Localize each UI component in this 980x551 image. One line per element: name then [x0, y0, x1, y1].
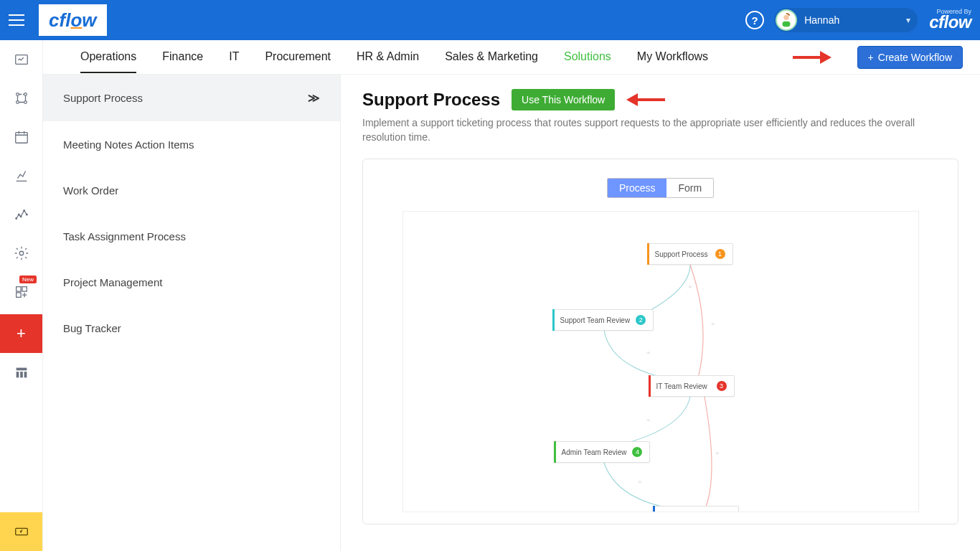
diagram-node[interactable]: Support Team Review2 [552, 309, 654, 331]
rail-table-icon[interactable] [0, 353, 42, 392]
left-rail: New + [0, 40, 43, 551]
view-toggle: Process Form [607, 178, 714, 198]
powered-by: Powered By cflow [929, 8, 971, 32]
svg-text:⚭: ⚭ [710, 321, 716, 328]
svg-marker-25 [626, 93, 638, 106]
diagram-node-label: Support Team Review [560, 316, 631, 324]
diagram-node-label: Support Process [655, 250, 708, 258]
workflow-list-item[interactable]: Task Assignment Process [43, 214, 340, 260]
svg-rect-19 [20, 372, 23, 377]
diagram-node-badge: 1 [715, 249, 725, 259]
svg-rect-1 [783, 22, 791, 27]
annotation-arrow-icon [791, 50, 831, 65]
rail-workflow-icon[interactable] [0, 79, 42, 118]
diagram-node-label: IT Team Review [656, 382, 707, 390]
rail-calendar-icon[interactable] [0, 118, 42, 156]
svg-text:⚭: ⚭ [646, 417, 651, 424]
diagram-node-label: END [661, 512, 676, 512]
workflow-list-item[interactable]: Work Order [43, 168, 340, 214]
avatar-icon [778, 12, 794, 28]
svg-text:⚭: ⚭ [637, 479, 643, 486]
user-name: Hannah [804, 14, 899, 26]
user-menu[interactable]: Hannah ▾ [774, 8, 918, 32]
workflow-item-label: Bug Tracker [63, 322, 121, 334]
rail-analytics-icon[interactable] [0, 156, 42, 195]
tab-my-workflows[interactable]: My Workflows [637, 42, 708, 73]
detail-title: Support Process [362, 90, 500, 110]
svg-point-3 [16, 93, 19, 96]
tab-solutions[interactable]: Solutions [564, 42, 611, 73]
workflow-list-item[interactable]: Meeting Notes Action Items [43, 122, 340, 168]
tab-hr-admin[interactable]: HR & Admin [357, 42, 419, 73]
svg-rect-15 [22, 287, 26, 291]
detail-description: Implement a support ticketing process th… [362, 116, 922, 144]
chevron-right-icon: ≫ [308, 91, 320, 105]
workflow-diagram[interactable]: ⚭ ⚭ ⚭ ⚭ ⚭ ⚭ Support Process1Support Team… [402, 211, 919, 512]
rail-ticket-icon[interactable] [0, 512, 42, 551]
workflow-list-item[interactable]: Support Process≫ [43, 75, 340, 122]
svg-rect-17 [16, 368, 27, 371]
hamburger-menu-icon[interactable] [9, 11, 26, 29]
svg-point-5 [16, 101, 19, 104]
diagram-node[interactable]: END [653, 506, 739, 512]
svg-marker-23 [820, 51, 831, 64]
new-badge: New [19, 276, 37, 283]
svg-rect-16 [16, 293, 20, 297]
brand-logo[interactable]: cflow [39, 4, 107, 36]
toggle-form[interactable]: Form [666, 179, 713, 197]
workflow-item-label: Task Assignment Process [63, 230, 186, 242]
workflow-item-label: Support Process [63, 92, 143, 104]
category-tabs: Operations Finance IT Procurement HR & A… [43, 40, 980, 75]
svg-text:⚭: ⚭ [715, 450, 720, 457]
workflow-list-item[interactable]: Project Management [43, 260, 340, 306]
diagram-node[interactable]: IT Team Review3 [649, 375, 735, 397]
svg-point-13 [19, 251, 24, 255]
help-icon[interactable]: ? [745, 11, 764, 29]
svg-point-6 [24, 101, 27, 104]
svg-text:⚭: ⚭ [687, 283, 693, 291]
tab-procurement[interactable]: Procurement [265, 42, 331, 73]
tab-operations[interactable]: Operations [80, 42, 136, 73]
annotation-arrow-icon [626, 92, 666, 108]
workflow-list-item[interactable]: Bug Tracker [43, 306, 340, 352]
workflow-item-label: Meeting Notes Action Items [63, 138, 194, 151]
diagram-node[interactable]: Admin Team Review4 [554, 441, 651, 463]
svg-rect-20 [24, 372, 27, 377]
svg-rect-14 [16, 287, 20, 291]
use-workflow-button[interactable]: Use This Workflow [512, 89, 615, 110]
workflow-list: Support Process≫Meeting Notes Action Ite… [43, 75, 341, 551]
tab-finance[interactable]: Finance [162, 42, 203, 73]
workflow-item-label: Work Order [63, 184, 118, 197]
svg-point-0 [783, 15, 788, 20]
workflow-detail: Support Process Use This Workflow Implem… [341, 75, 980, 551]
plus-icon: + [868, 52, 874, 63]
diagram-node-badge: 2 [636, 315, 646, 325]
tab-it[interactable]: IT [229, 42, 239, 73]
app-header: cflow ? Hannah ▾ Powered By cflow [0, 0, 980, 40]
diagram-node-badge: 4 [632, 447, 642, 457]
rail-dashboard-icon[interactable] [0, 40, 42, 79]
toggle-process[interactable]: Process [608, 179, 667, 197]
svg-rect-18 [16, 372, 19, 377]
rail-graph-icon[interactable] [0, 195, 42, 234]
avatar [776, 9, 797, 31]
rail-add-button[interactable]: + [0, 314, 42, 353]
tab-sales-marketing[interactable]: Sales & Marketing [445, 42, 538, 73]
svg-point-4 [24, 93, 27, 96]
rail-settings-icon[interactable] [0, 234, 42, 273]
diagram-node-label: Admin Team Review [562, 448, 627, 456]
svg-rect-7 [15, 133, 27, 143]
diagram-canvas: Process Form [362, 159, 958, 524]
diagram-node-badge: 3 [717, 381, 727, 391]
chevron-down-icon: ▾ [906, 15, 910, 25]
diagram-node[interactable]: Support Process1 [647, 243, 733, 265]
workflow-item-label: Project Management [63, 276, 162, 288]
create-workflow-button[interactable]: + Create Workflow [857, 46, 963, 69]
svg-text:⚭: ⚭ [646, 349, 651, 357]
rail-apps-icon[interactable]: New [0, 273, 42, 311]
